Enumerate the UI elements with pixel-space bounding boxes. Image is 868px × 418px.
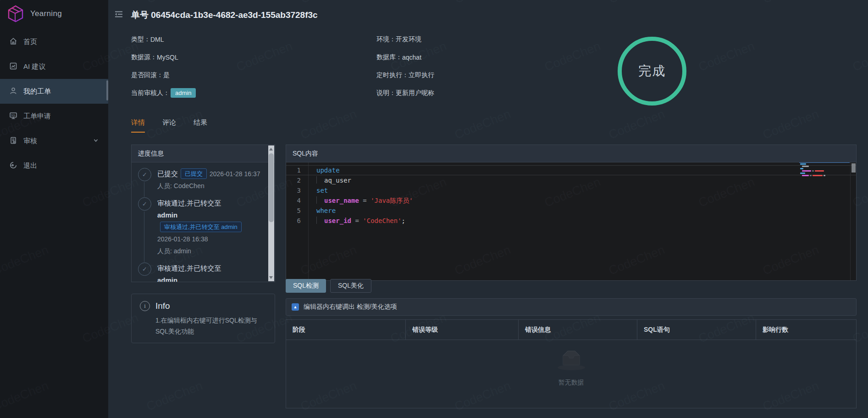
line-number: 3 bbox=[286, 185, 308, 195]
editor-scrollbar[interactable] bbox=[850, 162, 856, 280]
table-header-row: 阶段错误等级错误信息SQL语句影响行数 bbox=[286, 320, 856, 340]
timeline-time: 2026-01-28 16:37 bbox=[210, 170, 260, 178]
order-meta-right: 环境：开发环境数据库：aqchat定时执行：立即执行说明：更新用户呢称 bbox=[376, 30, 434, 102]
meta-label: 数据源： bbox=[131, 53, 157, 61]
sidebar-item-label: AI 建议 bbox=[23, 62, 45, 71]
status-ring: 完成 bbox=[618, 37, 686, 106]
code-line[interactable]: 4user_name = 'Java陈序员' bbox=[286, 195, 856, 206]
sql-code[interactable]: 1update2aq_user3set4user_name = 'Java陈序员… bbox=[286, 165, 856, 280]
code-line[interactable]: 3set bbox=[286, 185, 856, 195]
column-header-SQL语句: SQL语句 bbox=[637, 320, 756, 340]
sidebar-item-home[interactable]: 首页 bbox=[0, 29, 108, 54]
status-text: 完成 bbox=[638, 62, 666, 80]
meta-label: 环境： bbox=[376, 35, 396, 44]
order-label: 单号 bbox=[131, 10, 149, 20]
timeline-user: admin bbox=[157, 276, 177, 282]
sidebar-item-logout[interactable]: 退出 bbox=[0, 153, 108, 178]
progress-panel: 进度信息 已提交已提交2026-01-28 16:37人员: CodeChen审… bbox=[131, 145, 275, 282]
meta-row: 是否回滚：是 bbox=[131, 66, 196, 84]
meta-label: 定时执行： bbox=[376, 71, 409, 79]
scroll-down-arrow-icon[interactable] bbox=[269, 276, 273, 279]
sidebar-item-label: 退出 bbox=[23, 162, 37, 170]
sidebar-item-my-orders[interactable]: 我的工单 bbox=[0, 79, 108, 104]
info-body: 1.在编辑框内右键可进行SQL检测与SQL美化功能 bbox=[155, 315, 269, 337]
home-icon bbox=[9, 37, 17, 47]
audit-doc-icon bbox=[9, 136, 17, 146]
chevron-down-icon[interactable] bbox=[93, 137, 99, 145]
status-badge: 已提交 bbox=[181, 168, 207, 179]
sidebar-item-audit[interactable]: 审核 bbox=[0, 128, 108, 153]
sql-panel-title: SQL内容 bbox=[286, 145, 856, 162]
sql-check-button[interactable]: SQL检测 bbox=[286, 279, 326, 293]
tab-结果[interactable]: 结果 bbox=[194, 118, 207, 133]
page: CodeChenCodeChenCodeChenCodeChenCodeChen… bbox=[0, 0, 868, 418]
sidebar-item-order-apply[interactable]: SQL工单申请 bbox=[0, 104, 108, 128]
sidebar-item-label: 审核 bbox=[23, 137, 37, 145]
timeline-title: 已提交 bbox=[157, 170, 178, 178]
sql-beautify-button[interactable]: SQL美化 bbox=[330, 279, 371, 293]
progress-panel-title: 进度信息 bbox=[132, 145, 275, 162]
sidebar-menu: 首页AI 建议我的工单SQL工单申请审核退出 bbox=[0, 29, 108, 178]
alert-text: 编辑器内右键调出 检测/美化选项 bbox=[304, 303, 397, 311]
sidebar-item-ai-suggest[interactable]: AI 建议 bbox=[0, 54, 108, 79]
sidebar-item-label: 工单申请 bbox=[23, 112, 51, 121]
timeline-title: 审核通过,并已转交至 bbox=[157, 262, 263, 274]
progress-timeline: 已提交已提交2026-01-28 16:37人员: CodeChen审核通过,并… bbox=[132, 162, 275, 282]
meta-value: DML bbox=[150, 36, 164, 43]
meta-row: 说明：更新用户呢称 bbox=[376, 84, 434, 102]
meta-row: 当前审核人：admin bbox=[131, 84, 196, 102]
sql-content-panel: SQL内容 1update2aq_user3set4user_name = 'J… bbox=[286, 145, 857, 281]
sidebar-item-label: 首页 bbox=[23, 38, 37, 46]
sql-editor[interactable]: 1update2aq_user3set4user_name = 'Java陈序员… bbox=[286, 162, 856, 280]
code-line[interactable]: 5where bbox=[286, 206, 856, 216]
meta-row: 定时执行：立即执行 bbox=[376, 66, 434, 84]
monitor-sql-icon: SQL bbox=[9, 111, 17, 121]
timeline-item: 审核通过,并已转交至admin审核通过,并已转交至 admin2026-01-2… bbox=[138, 262, 263, 282]
app-name: Yearning bbox=[30, 9, 62, 18]
status-badge: 审核通过,并已转交至 admin bbox=[160, 222, 242, 232]
reviewer-badge: admin bbox=[171, 88, 196, 98]
scrollbar-thumb[interactable] bbox=[269, 153, 274, 222]
order-id: 06454cda-1b3e-4682-ae3d-155ab3728f3c bbox=[151, 10, 317, 20]
meta-row: 数据源：MySQL bbox=[131, 48, 196, 66]
meta-value: MySQL bbox=[157, 54, 178, 61]
sidebar-scrollbar-thumb[interactable] bbox=[106, 80, 108, 100]
code-line[interactable]: 2aq_user bbox=[286, 175, 856, 185]
column-header-错误信息: 错误信息 bbox=[519, 320, 637, 340]
meta-value: 是 bbox=[163, 71, 170, 79]
indent-guide bbox=[316, 196, 322, 204]
meta-label: 说明： bbox=[376, 89, 396, 97]
timeline-user: admin bbox=[157, 211, 177, 219]
table-body: 暂无数据 bbox=[286, 340, 856, 408]
user-icon bbox=[9, 87, 17, 96]
line-number: 4 bbox=[286, 195, 308, 206]
column-header-阶段: 阶段 bbox=[286, 320, 406, 340]
tab-评论[interactable]: 评论 bbox=[162, 118, 176, 133]
meta-label: 是否回滚： bbox=[131, 71, 163, 79]
sidebar: Yearning 首页AI 建议我的工单SQL工单申请审核退出 bbox=[0, 0, 108, 418]
svg-text:SQL: SQL bbox=[11, 113, 16, 116]
check-results-table: 阶段错误等级错误信息SQL语句影响行数 暂无数据 bbox=[286, 319, 857, 408]
progress-scrollbar[interactable] bbox=[268, 145, 274, 281]
app-logo: Yearning bbox=[0, 0, 108, 28]
tab-详情[interactable]: 详情 bbox=[131, 118, 145, 133]
timeline-person: 人员: admin bbox=[157, 245, 263, 257]
timeline-item: 审核通过,并已转交至admin审核通过,并已转交至 admin2026-01-2… bbox=[138, 197, 263, 257]
indent-guide bbox=[316, 217, 322, 224]
page-title: 单号 06454cda-1b3e-4682-ae3d-155ab3728f3c bbox=[131, 9, 318, 21]
column-header-影响行数: 影响行数 bbox=[756, 320, 857, 340]
timeline-person: 人员: CodeChen bbox=[157, 180, 263, 192]
meta-value: 立即执行 bbox=[409, 71, 434, 79]
editor-minimap[interactable] bbox=[799, 162, 850, 280]
code-line[interactable]: 1update bbox=[286, 165, 856, 175]
sidebar-fold-icon[interactable] bbox=[114, 9, 124, 19]
scroll-up-arrow-icon[interactable] bbox=[269, 148, 273, 150]
code-line[interactable]: 6user_id = 'CodeChen'; bbox=[286, 216, 856, 226]
empty-text: 暂无数据 bbox=[557, 379, 586, 387]
info-icon: i bbox=[140, 301, 150, 311]
info-title: Info bbox=[155, 301, 170, 311]
detail-tabs: 详情评论结果 bbox=[131, 118, 207, 133]
meta-value: aqchat bbox=[402, 54, 421, 61]
column-header-错误等级: 错误等级 bbox=[406, 320, 519, 340]
sidebar-item-label: 我的工单 bbox=[23, 87, 51, 96]
